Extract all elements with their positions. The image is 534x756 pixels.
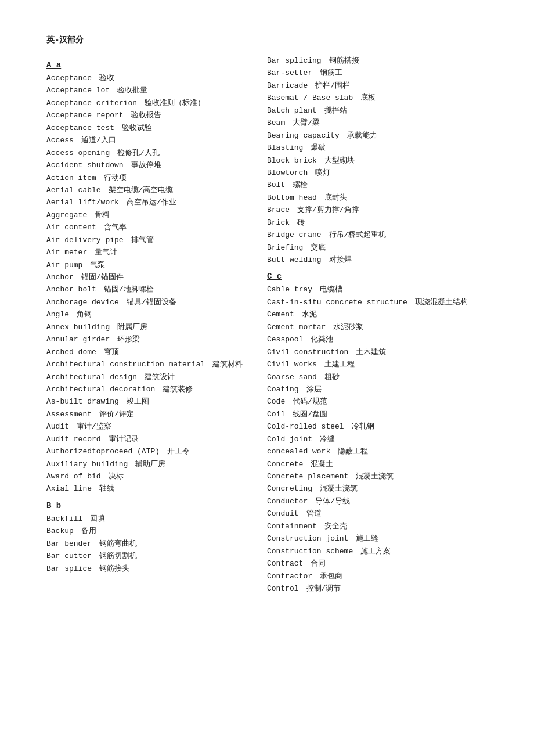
list-item: Bar cutter 钢筋切割机	[46, 550, 255, 562]
list-item: Backup 备用	[46, 525, 255, 537]
list-item: Cast-in-situ concrete structure 现浇混凝土结构	[267, 296, 476, 308]
list-item: Beam 大臂/梁	[267, 117, 476, 129]
list-item: Concrete 混凝土	[267, 458, 476, 470]
list-item: Batch plant 搅拌站	[267, 105, 476, 117]
list-item: Concreting 混凝土浇筑	[267, 483, 476, 495]
list-item: Brick 砖	[267, 217, 476, 229]
list-item: Anchor bolt 锚固/地脚螺栓	[46, 283, 255, 296]
section-header: C c	[267, 272, 476, 281]
list-item: Air pump 气泵	[46, 259, 255, 271]
list-item: Acceptance report 验收报告	[46, 109, 255, 121]
list-item: Civil construction 土木建筑	[267, 346, 476, 358]
list-item: Aggregate 骨料	[46, 209, 255, 221]
list-item: Coil 线圈/盘圆	[267, 408, 476, 420]
list-item: Containment 安全壳	[267, 520, 476, 532]
list-item: Construction scheme 施工方案	[267, 545, 476, 557]
list-item: Coating 涂层	[267, 383, 476, 395]
list-item: Architectural design 建筑设计	[46, 371, 255, 383]
list-item: Basemat / Base slab 底板	[267, 92, 476, 104]
list-item: Control 控制/调节	[267, 582, 476, 595]
list-item: Acceptance 验收	[46, 72, 255, 84]
list-item: Cesspool 化粪池	[267, 333, 476, 345]
list-item: Briefing 交底	[267, 242, 476, 254]
list-item: Anchorage device 锚具/锚固设备	[46, 296, 255, 308]
list-item: Coarse sand 粗砂	[267, 371, 476, 383]
list-item: Cable tray 电缆槽	[267, 283, 476, 296]
list-item: Bridge crane 行吊/桥式起重机	[267, 229, 476, 241]
section-header: B b	[46, 501, 255, 510]
list-item: Cold-rolled steel 冷轧钢	[267, 420, 476, 433]
list-item: Audit record 审计记录	[46, 433, 255, 445]
list-item: Construction joint 施工缝	[267, 532, 476, 545]
list-item: Brace 支撑/剪力撑/角撑	[267, 204, 476, 216]
list-item: Anchor 锚固/锚固件	[46, 271, 255, 283]
list-item: Architectural construction material 建筑材料	[46, 358, 255, 370]
list-item: Bar-setter 钢筋工	[267, 67, 476, 79]
list-item: Annular girder 环形梁	[46, 333, 255, 345]
list-item: Concrete placement 混凝土浇筑	[267, 470, 476, 483]
list-item: Block brick 大型砌块	[267, 154, 476, 167]
list-item: Code 代码/规范	[267, 395, 476, 408]
list-item: Action item 行动项	[46, 172, 255, 184]
list-item: Aerial lift/work 高空吊运/作业	[46, 196, 255, 208]
list-item: Bottom head 底封头	[267, 192, 476, 204]
list-item: Auxiliary building 辅助厂房	[46, 458, 255, 470]
list-item: Access 通道/入口	[46, 134, 255, 146]
list-item: Air content 含气率	[46, 221, 255, 233]
list-item: Air meter 量气计	[46, 246, 255, 258]
section-header: A a	[46, 60, 255, 70]
list-item: Authorizedtoproceed (ATP) 开工令	[46, 445, 255, 458]
left-column: A aAcceptance 验收Acceptance lot 验收批量Accep…	[46, 55, 267, 595]
list-item: Award of bid 决标	[46, 470, 255, 483]
list-item: Arched dome 穹顶	[46, 346, 255, 358]
list-item: Contractor 承包商	[267, 570, 476, 582]
list-item: Acceptance lot 验收批量	[46, 84, 255, 96]
list-item: Backfill 回填	[46, 513, 255, 525]
list-item: Blasting 爆破	[267, 142, 476, 154]
list-item: Bearing capacity 承载能力	[267, 129, 476, 142]
list-item: Aerial cable 架空电缆/高空电缆	[46, 184, 255, 196]
list-item: Conduit 管道	[267, 507, 476, 520]
list-item: Air delivery pipe 排气管	[46, 234, 255, 246]
list-item: As-built drawing 竣工图	[46, 395, 255, 408]
list-item: Annex building 附属厂房	[46, 321, 255, 333]
list-item: Accident shutdown 事故停堆	[46, 159, 255, 171]
list-item: Cold joint 冷缝	[267, 433, 476, 445]
list-item: Architectural decoration 建筑装修	[46, 383, 255, 395]
list-item: Bar splice 钢筋接头	[46, 563, 255, 575]
list-item: Bolt 螺栓	[267, 179, 476, 191]
list-item: Cement mortar 水泥砂浆	[267, 321, 476, 333]
list-item: Acceptance test 验收试验	[46, 122, 255, 134]
list-item: Assessment 评价/评定	[46, 408, 255, 420]
list-item: Conductor 导体/导线	[267, 495, 476, 507]
list-item: Blowtorch 喷灯	[267, 167, 476, 179]
list-item: Civil works 土建工程	[267, 358, 476, 370]
list-item: Angle 角钢	[46, 308, 255, 321]
list-item: Barricade 护栏/围栏	[267, 80, 476, 92]
page-title: 英-汉部分	[46, 35, 488, 45]
list-item: Contract 合同	[267, 557, 476, 570]
list-item: Bar splicing 钢筋搭接	[267, 55, 476, 67]
list-item: concealed work 隐蔽工程	[267, 445, 476, 458]
list-item: Axial line 轴线	[46, 483, 255, 495]
list-item: Bar bender 钢筋弯曲机	[46, 538, 255, 550]
list-item: Cement 水泥	[267, 308, 476, 321]
list-item: Acceptance criterion 验收准则（标准）	[46, 97, 255, 109]
right-column: Bar splicing 钢筋搭接Bar-setter 钢筋工Barricade…	[267, 55, 488, 595]
list-item: Access opening 检修孔/人孔	[46, 147, 255, 159]
list-item: Butt welding 对接焊	[267, 254, 476, 266]
list-item: Audit 审计/监察	[46, 420, 255, 433]
